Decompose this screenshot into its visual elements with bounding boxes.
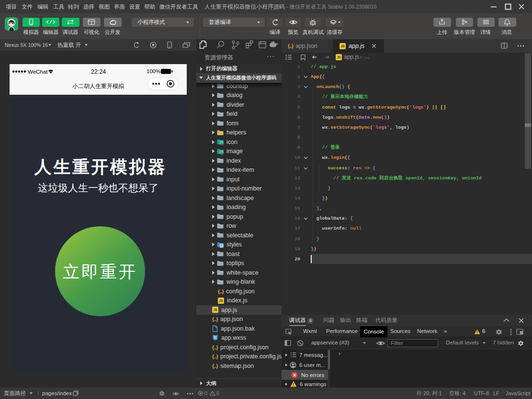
- svg-text:100%: 100%: [147, 68, 160, 74]
- svg-text:22:24: 22:24: [91, 68, 106, 75]
- svg-text:WeChat: WeChat: [28, 69, 48, 75]
